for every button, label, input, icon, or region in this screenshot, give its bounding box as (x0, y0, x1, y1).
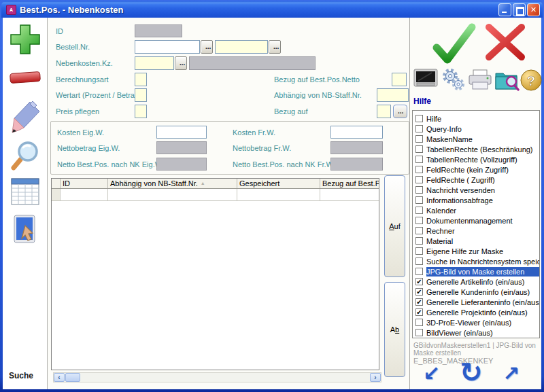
help-list-item[interactable]: Dokumentenmanagement (413, 215, 539, 226)
help-list-item[interactable]: JPG-Bild von Maske erstellen (413, 266, 539, 277)
help-list-item[interactable]: TabellenRechte (Beschränkung) (413, 144, 539, 154)
column-header-id[interactable]: ID (61, 179, 108, 188)
column-header-bezug[interactable]: Bezug auf Best.Po (320, 179, 379, 188)
scroll-right-button[interactable]: › (370, 373, 381, 382)
bezug-auf-lookup-button[interactable]: ... (393, 105, 407, 118)
checkbox-icon[interactable] (415, 217, 423, 224)
help-list-item[interactable]: Eigene Hilfe zur Maske (413, 246, 539, 256)
cell-id[interactable] (61, 189, 108, 200)
help-list-item[interactable]: Hilfe (413, 113, 539, 124)
abhaengig-field[interactable] (377, 88, 409, 102)
refresh-icon[interactable]: ↻ (460, 359, 483, 386)
nebenkosten-lookup-button[interactable]: ... (175, 56, 187, 70)
grid-view-icon[interactable] (9, 175, 41, 208)
help-list-item[interactable]: MaskenName (413, 134, 539, 144)
help-icon[interactable]: ? (520, 69, 543, 92)
help-list-item[interactable]: Kalender (413, 205, 539, 215)
add-record-icon[interactable] (9, 23, 41, 57)
checkbox-icon[interactable] (415, 268, 423, 275)
row-selector-cell[interactable] (52, 189, 61, 200)
bezug-netto-field[interactable] (392, 73, 407, 86)
scroll-left-button[interactable]: ‹ (54, 373, 65, 382)
cell-gespeichert[interactable] (237, 189, 320, 200)
move-up-button[interactable]: Auf (384, 175, 405, 277)
berechnungsart-field[interactable] (135, 73, 147, 86)
close-button[interactable] (527, 3, 540, 16)
checkbox-icon[interactable] (415, 227, 423, 234)
nav-back-icon[interactable]: ↙ (423, 363, 440, 384)
help-list-item[interactable]: Rechner (413, 226, 539, 236)
checkbox-icon[interactable] (415, 115, 423, 122)
column-header-selector[interactable] (52, 179, 61, 188)
edit-icon[interactable] (9, 99, 41, 136)
kosten-frw-field[interactable] (330, 126, 383, 139)
positions-table[interactable]: ID Abhängig von NB-Staff.Nr.▲ Gespeicher… (51, 178, 379, 370)
column-header-gespeichert[interactable]: Gespeichert (237, 179, 320, 188)
touch-screen-icon[interactable] (9, 213, 41, 251)
help-list-item[interactable]: TabellenRechte (Vollzugriff) (413, 154, 539, 164)
print-preview-icon[interactable] (494, 68, 520, 91)
scrollbar-thumb[interactable] (65, 373, 80, 382)
help-list-item[interactable]: ✔Generelle Kundeninfo (ein/aus) (413, 287, 539, 297)
cell-abhaengig[interactable] (108, 189, 237, 200)
delete-record-icon[interactable] (9, 69, 41, 87)
move-down-button[interactable]: Ab (384, 282, 405, 377)
nav-forward-icon[interactable]: ↗ (503, 363, 520, 384)
checkbox-checked-icon[interactable]: ✔ (415, 298, 423, 306)
help-list-item[interactable]: FeldRechte ( Zugriff) (413, 175, 539, 185)
checkbox-icon[interactable] (415, 166, 423, 173)
help-list-item[interactable]: ✔Generelle Projektinfo (ein/aus) (413, 307, 539, 317)
monitor-icon[interactable] (413, 68, 439, 90)
kosten-eigw-field[interactable] (156, 126, 207, 139)
checkbox-icon[interactable] (415, 156, 423, 163)
checkbox-icon[interactable] (415, 207, 423, 214)
checkbox-icon[interactable] (415, 237, 423, 245)
bestellnr-field[interactable] (135, 40, 200, 54)
checkbox-icon[interactable] (415, 186, 423, 194)
help-item-label: TabellenRechte (Vollzugriff) (426, 155, 539, 164)
checkbox-icon[interactable] (415, 319, 423, 326)
checkbox-icon[interactable] (415, 329, 423, 336)
checkbox-checked-icon[interactable]: ✔ (415, 308, 423, 316)
bestellnr-pos-field[interactable] (215, 40, 268, 54)
help-list-item[interactable]: ✔Generelle Lieferanteninfo (ein/aus) (413, 297, 539, 307)
checkbox-icon[interactable] (415, 176, 423, 183)
table-row[interactable] (52, 189, 379, 201)
search-icon[interactable] (9, 139, 41, 173)
checkbox-checked-icon[interactable]: ✔ (415, 278, 423, 285)
cancel-button[interactable] (479, 20, 531, 64)
help-list-item[interactable]: FeldRechte (kein Zugriff) (413, 164, 539, 175)
help-list-item[interactable]: Nachricht versenden (413, 185, 539, 195)
maximize-button[interactable] (513, 3, 526, 16)
print-icon[interactable] (468, 69, 493, 90)
checkbox-icon[interactable] (415, 125, 423, 132)
column-header-abhaengig[interactable]: Abhängig von NB-Staff.Nr.▲ (108, 179, 237, 188)
auf-rest: uf (394, 222, 401, 230)
help-list-item[interactable]: Query-Info (413, 124, 539, 134)
help-list-item[interactable]: ✔Generelle Artikelinfo (ein/aus) (413, 277, 539, 287)
checkbox-icon[interactable] (415, 247, 423, 255)
nebenkosten-field[interactable] (135, 56, 174, 70)
help-list[interactable]: HilfeQuery-InfoMaskenNameTabellenRechte … (412, 110, 540, 338)
cell-bezug[interactable] (320, 189, 379, 200)
ok-button[interactable] (428, 22, 480, 67)
help-list-item[interactable]: BildViewer (ein/aus) (413, 327, 539, 338)
minimize-button[interactable] (498, 3, 511, 16)
help-list-item[interactable]: Material (413, 236, 539, 246)
checkbox-icon[interactable] (415, 145, 423, 153)
help-list-item[interactable]: Informationsabfrage (413, 195, 539, 205)
checkbox-icon[interactable] (415, 196, 423, 204)
checkbox-icon[interactable] (415, 135, 423, 143)
settings-icon[interactable] (441, 67, 466, 92)
checkbox-icon[interactable] (415, 257, 423, 265)
bestellnr-pos-lookup-button[interactable]: ... (269, 40, 281, 54)
wertart-field[interactable] (135, 88, 147, 102)
nebenkosten-label: Nebenkosten.Kz. (56, 59, 113, 67)
help-list-item[interactable]: Suche in Nachrichtensystem speich (413, 256, 539, 266)
checkbox-checked-icon[interactable]: ✔ (415, 288, 423, 296)
bestellnr-lookup-button[interactable]: ... (201, 40, 213, 54)
bezug-auf-field[interactable] (377, 105, 391, 118)
help-list-item[interactable]: 3D-ProE-Viewer (ein/aus) (413, 317, 539, 327)
table-horizontal-scrollbar[interactable]: ‹ › (53, 372, 381, 382)
preis-pflegen-field[interactable] (135, 105, 147, 118)
